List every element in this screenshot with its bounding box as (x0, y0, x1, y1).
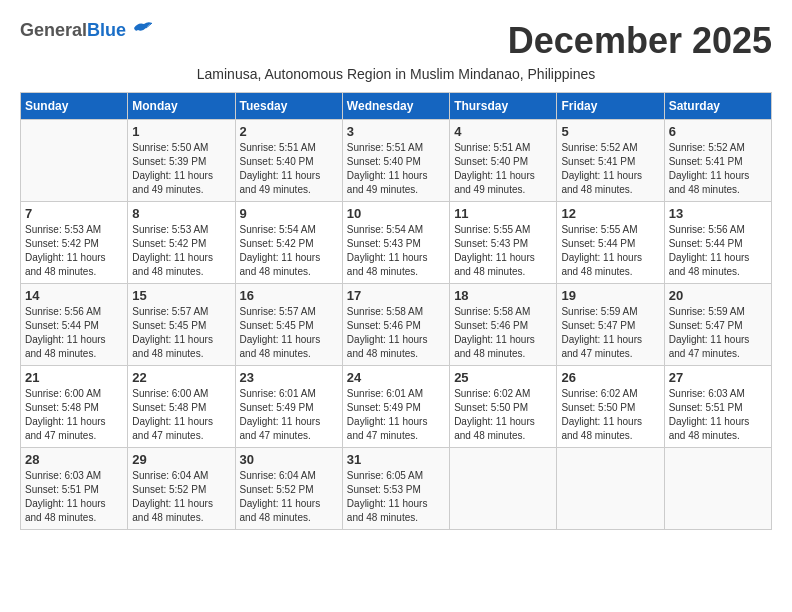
day-number: 30 (240, 452, 338, 467)
day-info: Sunrise: 5:53 AMSunset: 5:42 PMDaylight:… (132, 223, 230, 279)
calendar-cell (21, 120, 128, 202)
day-info: Sunrise: 5:57 AMSunset: 5:45 PMDaylight:… (240, 305, 338, 361)
calendar-cell: 1Sunrise: 5:50 AMSunset: 5:39 PMDaylight… (128, 120, 235, 202)
day-info: Sunrise: 6:00 AMSunset: 5:48 PMDaylight:… (25, 387, 123, 443)
day-number: 16 (240, 288, 338, 303)
day-number: 17 (347, 288, 445, 303)
day-number: 7 (25, 206, 123, 221)
calendar-table: SundayMondayTuesdayWednesdayThursdayFrid… (20, 92, 772, 530)
calendar-week-4: 21Sunrise: 6:00 AMSunset: 5:48 PMDayligh… (21, 366, 772, 448)
day-number: 11 (454, 206, 552, 221)
day-number: 14 (25, 288, 123, 303)
day-number: 26 (561, 370, 659, 385)
day-info: Sunrise: 5:55 AMSunset: 5:44 PMDaylight:… (561, 223, 659, 279)
day-info: Sunrise: 5:52 AMSunset: 5:41 PMDaylight:… (561, 141, 659, 197)
day-info: Sunrise: 5:55 AMSunset: 5:43 PMDaylight:… (454, 223, 552, 279)
calendar-body: 1Sunrise: 5:50 AMSunset: 5:39 PMDaylight… (21, 120, 772, 530)
day-of-week-friday: Friday (557, 93, 664, 120)
day-number: 12 (561, 206, 659, 221)
calendar-subtitle: Laminusa, Autonomous Region in Muslim Mi… (20, 66, 772, 82)
calendar-cell (450, 448, 557, 530)
calendar-week-5: 28Sunrise: 6:03 AMSunset: 5:51 PMDayligh… (21, 448, 772, 530)
day-info: Sunrise: 5:59 AMSunset: 5:47 PMDaylight:… (561, 305, 659, 361)
day-info: Sunrise: 6:02 AMSunset: 5:50 PMDaylight:… (561, 387, 659, 443)
calendar-cell: 28Sunrise: 6:03 AMSunset: 5:51 PMDayligh… (21, 448, 128, 530)
day-info: Sunrise: 5:54 AMSunset: 5:43 PMDaylight:… (347, 223, 445, 279)
day-info: Sunrise: 5:51 AMSunset: 5:40 PMDaylight:… (454, 141, 552, 197)
day-info: Sunrise: 5:58 AMSunset: 5:46 PMDaylight:… (347, 305, 445, 361)
logo: GeneralBlue (20, 20, 154, 41)
calendar-week-1: 1Sunrise: 5:50 AMSunset: 5:39 PMDaylight… (21, 120, 772, 202)
day-info: Sunrise: 5:58 AMSunset: 5:46 PMDaylight:… (454, 305, 552, 361)
calendar-cell: 23Sunrise: 6:01 AMSunset: 5:49 PMDayligh… (235, 366, 342, 448)
day-info: Sunrise: 6:04 AMSunset: 5:52 PMDaylight:… (240, 469, 338, 525)
day-number: 2 (240, 124, 338, 139)
day-info: Sunrise: 5:51 AMSunset: 5:40 PMDaylight:… (347, 141, 445, 197)
day-info: Sunrise: 6:02 AMSunset: 5:50 PMDaylight:… (454, 387, 552, 443)
day-of-week-sunday: Sunday (21, 93, 128, 120)
day-info: Sunrise: 6:05 AMSunset: 5:53 PMDaylight:… (347, 469, 445, 525)
day-number: 20 (669, 288, 767, 303)
day-number: 19 (561, 288, 659, 303)
day-info: Sunrise: 6:03 AMSunset: 5:51 PMDaylight:… (25, 469, 123, 525)
calendar-cell: 8Sunrise: 5:53 AMSunset: 5:42 PMDaylight… (128, 202, 235, 284)
calendar-cell: 20Sunrise: 5:59 AMSunset: 5:47 PMDayligh… (664, 284, 771, 366)
day-number: 27 (669, 370, 767, 385)
calendar-cell: 22Sunrise: 6:00 AMSunset: 5:48 PMDayligh… (128, 366, 235, 448)
day-of-week-monday: Monday (128, 93, 235, 120)
calendar-cell: 17Sunrise: 5:58 AMSunset: 5:46 PMDayligh… (342, 284, 449, 366)
calendar-cell: 2Sunrise: 5:51 AMSunset: 5:40 PMDaylight… (235, 120, 342, 202)
day-of-week-thursday: Thursday (450, 93, 557, 120)
day-number: 10 (347, 206, 445, 221)
calendar-cell: 6Sunrise: 5:52 AMSunset: 5:41 PMDaylight… (664, 120, 771, 202)
day-info: Sunrise: 5:54 AMSunset: 5:42 PMDaylight:… (240, 223, 338, 279)
month-year-title: December 2025 (508, 20, 772, 62)
day-number: 25 (454, 370, 552, 385)
day-number: 9 (240, 206, 338, 221)
calendar-cell: 5Sunrise: 5:52 AMSunset: 5:41 PMDaylight… (557, 120, 664, 202)
calendar-week-3: 14Sunrise: 5:56 AMSunset: 5:44 PMDayligh… (21, 284, 772, 366)
day-of-week-saturday: Saturday (664, 93, 771, 120)
logo-bird-icon (132, 20, 154, 36)
calendar-cell: 15Sunrise: 5:57 AMSunset: 5:45 PMDayligh… (128, 284, 235, 366)
day-number: 15 (132, 288, 230, 303)
calendar-cell: 31Sunrise: 6:05 AMSunset: 5:53 PMDayligh… (342, 448, 449, 530)
logo-text: GeneralBlue (20, 20, 154, 41)
calendar-cell (664, 448, 771, 530)
day-info: Sunrise: 6:00 AMSunset: 5:48 PMDaylight:… (132, 387, 230, 443)
calendar-cell: 25Sunrise: 6:02 AMSunset: 5:50 PMDayligh… (450, 366, 557, 448)
calendar-cell: 10Sunrise: 5:54 AMSunset: 5:43 PMDayligh… (342, 202, 449, 284)
page-header: GeneralBlue December 2025 (20, 20, 772, 62)
days-of-week-row: SundayMondayTuesdayWednesdayThursdayFrid… (21, 93, 772, 120)
day-number: 3 (347, 124, 445, 139)
day-info: Sunrise: 5:56 AMSunset: 5:44 PMDaylight:… (669, 223, 767, 279)
day-number: 23 (240, 370, 338, 385)
day-number: 31 (347, 452, 445, 467)
day-of-week-wednesday: Wednesday (342, 93, 449, 120)
calendar-cell (557, 448, 664, 530)
calendar-cell: 3Sunrise: 5:51 AMSunset: 5:40 PMDaylight… (342, 120, 449, 202)
day-number: 8 (132, 206, 230, 221)
day-number: 6 (669, 124, 767, 139)
logo-blue: Blue (87, 20, 126, 40)
day-info: Sunrise: 5:51 AMSunset: 5:40 PMDaylight:… (240, 141, 338, 197)
day-info: Sunrise: 6:01 AMSunset: 5:49 PMDaylight:… (347, 387, 445, 443)
day-number: 29 (132, 452, 230, 467)
day-of-week-tuesday: Tuesday (235, 93, 342, 120)
calendar-cell: 11Sunrise: 5:55 AMSunset: 5:43 PMDayligh… (450, 202, 557, 284)
day-number: 4 (454, 124, 552, 139)
day-number: 5 (561, 124, 659, 139)
day-number: 24 (347, 370, 445, 385)
calendar-cell: 7Sunrise: 5:53 AMSunset: 5:42 PMDaylight… (21, 202, 128, 284)
day-number: 18 (454, 288, 552, 303)
day-info: Sunrise: 5:50 AMSunset: 5:39 PMDaylight:… (132, 141, 230, 197)
calendar-cell: 4Sunrise: 5:51 AMSunset: 5:40 PMDaylight… (450, 120, 557, 202)
calendar-week-2: 7Sunrise: 5:53 AMSunset: 5:42 PMDaylight… (21, 202, 772, 284)
day-number: 22 (132, 370, 230, 385)
calendar-cell: 29Sunrise: 6:04 AMSunset: 5:52 PMDayligh… (128, 448, 235, 530)
day-number: 28 (25, 452, 123, 467)
day-info: Sunrise: 6:04 AMSunset: 5:52 PMDaylight:… (132, 469, 230, 525)
calendar-cell: 27Sunrise: 6:03 AMSunset: 5:51 PMDayligh… (664, 366, 771, 448)
day-info: Sunrise: 5:53 AMSunset: 5:42 PMDaylight:… (25, 223, 123, 279)
day-info: Sunrise: 6:01 AMSunset: 5:49 PMDaylight:… (240, 387, 338, 443)
